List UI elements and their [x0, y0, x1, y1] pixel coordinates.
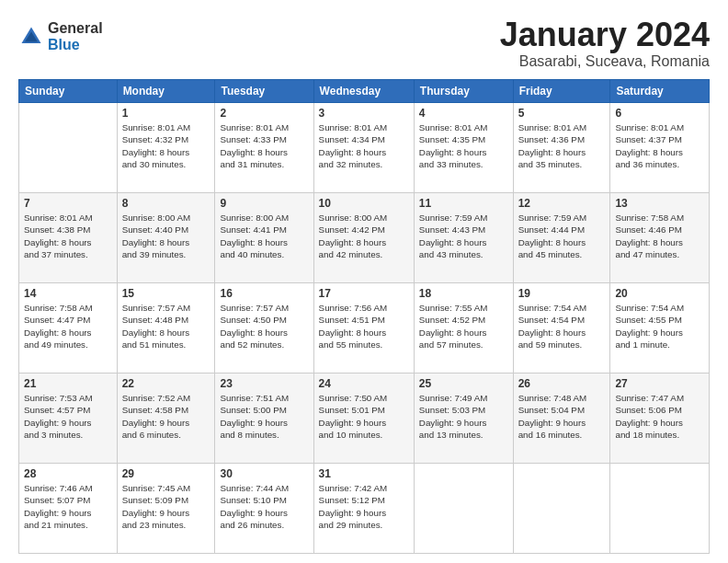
day-detail: Sunrise: 7:58 AM Sunset: 4:46 PM Dayligh…	[615, 212, 704, 261]
day-number: 26	[518, 377, 606, 390]
day-number: 10	[319, 197, 409, 210]
day-number: 19	[518, 287, 606, 300]
day-number: 8	[122, 197, 210, 210]
day-number: 11	[419, 197, 508, 210]
calendar-cell	[513, 463, 610, 553]
day-detail: Sunrise: 7:53 AM Sunset: 4:57 PM Dayligh…	[24, 392, 112, 442]
day-detail: Sunrise: 7:59 AM Sunset: 4:43 PM Dayligh…	[419, 212, 508, 261]
calendar-cell: 27Sunrise: 7:47 AM Sunset: 5:06 PM Dayli…	[610, 373, 710, 463]
day-number: 24	[319, 377, 409, 390]
calendar-cell: 12Sunrise: 7:59 AM Sunset: 4:44 PM Dayli…	[513, 192, 610, 282]
calendar-cell: 11Sunrise: 7:59 AM Sunset: 4:43 PM Dayli…	[414, 192, 513, 282]
calendar-week-row: 7Sunrise: 8:01 AM Sunset: 4:38 PM Daylig…	[19, 192, 710, 282]
day-number: 1	[122, 107, 210, 120]
calendar-cell: 30Sunrise: 7:44 AM Sunset: 5:10 PM Dayli…	[215, 463, 313, 553]
calendar-cell: 24Sunrise: 7:50 AM Sunset: 5:01 PM Dayli…	[313, 373, 414, 463]
calendar-day-header: Tuesday	[215, 79, 313, 102]
day-number: 12	[518, 197, 606, 210]
calendar-week-row: 1Sunrise: 8:01 AM Sunset: 4:32 PM Daylig…	[19, 102, 710, 192]
calendar-cell: 6Sunrise: 8:01 AM Sunset: 4:37 PM Daylig…	[610, 102, 710, 192]
calendar-day-header: Monday	[117, 79, 215, 102]
calendar-cell: 14Sunrise: 7:58 AM Sunset: 4:47 PM Dayli…	[19, 282, 118, 373]
calendar-cell: 19Sunrise: 7:54 AM Sunset: 4:54 PM Dayli…	[513, 282, 610, 373]
day-number: 3	[319, 107, 409, 120]
page-title: January 2024	[500, 17, 710, 53]
calendar-cell: 21Sunrise: 7:53 AM Sunset: 4:57 PM Dayli…	[19, 373, 118, 463]
calendar-cell: 10Sunrise: 8:00 AM Sunset: 4:42 PM Dayli…	[313, 192, 414, 282]
calendar-cell: 16Sunrise: 7:57 AM Sunset: 4:50 PM Dayli…	[215, 282, 313, 373]
day-detail: Sunrise: 7:48 AM Sunset: 5:04 PM Dayligh…	[518, 392, 606, 442]
day-detail: Sunrise: 7:49 AM Sunset: 5:03 PM Dayligh…	[419, 392, 508, 442]
day-detail: Sunrise: 7:57 AM Sunset: 4:48 PM Dayligh…	[122, 302, 210, 351]
day-detail: Sunrise: 7:52 AM Sunset: 4:58 PM Dayligh…	[122, 392, 210, 442]
day-detail: Sunrise: 7:46 AM Sunset: 5:07 PM Dayligh…	[24, 482, 112, 532]
day-detail: Sunrise: 8:01 AM Sunset: 4:37 PM Dayligh…	[615, 121, 704, 171]
day-number: 14	[24, 287, 112, 300]
calendar-day-header: Wednesday	[313, 79, 414, 102]
day-number: 21	[24, 377, 112, 390]
calendar-cell: 22Sunrise: 7:52 AM Sunset: 4:58 PM Dayli…	[117, 373, 215, 463]
calendar-cell: 23Sunrise: 7:51 AM Sunset: 5:00 PM Dayli…	[215, 373, 313, 463]
calendar-week-row: 28Sunrise: 7:46 AM Sunset: 5:07 PM Dayli…	[19, 463, 710, 553]
day-detail: Sunrise: 7:57 AM Sunset: 4:50 PM Dayligh…	[220, 302, 308, 351]
day-detail: Sunrise: 8:00 AM Sunset: 4:42 PM Dayligh…	[319, 212, 409, 261]
day-detail: Sunrise: 7:51 AM Sunset: 5:00 PM Dayligh…	[220, 392, 308, 442]
day-detail: Sunrise: 8:01 AM Sunset: 4:35 PM Dayligh…	[419, 121, 508, 171]
calendar-cell: 4Sunrise: 8:01 AM Sunset: 4:35 PM Daylig…	[414, 102, 513, 192]
calendar-week-row: 21Sunrise: 7:53 AM Sunset: 4:57 PM Dayli…	[19, 373, 710, 463]
calendar-cell: 20Sunrise: 7:54 AM Sunset: 4:55 PM Dayli…	[610, 282, 710, 373]
day-number: 18	[419, 287, 508, 300]
calendar-cell: 8Sunrise: 8:00 AM Sunset: 4:40 PM Daylig…	[117, 192, 215, 282]
page-subtitle: Basarabi, Suceava, Romania	[500, 53, 710, 70]
logo-blue-text: Blue	[48, 37, 103, 53]
day-detail: Sunrise: 7:50 AM Sunset: 5:01 PM Dayligh…	[319, 392, 409, 442]
calendar-day-header: Saturday	[610, 79, 710, 102]
day-detail: Sunrise: 7:55 AM Sunset: 4:52 PM Dayligh…	[419, 302, 508, 351]
calendar-table: SundayMondayTuesdayWednesdayThursdayFrid…	[18, 79, 710, 554]
day-number: 20	[615, 287, 704, 300]
day-detail: Sunrise: 8:01 AM Sunset: 4:33 PM Dayligh…	[220, 121, 308, 171]
day-number: 9	[220, 197, 308, 210]
page: General Blue January 2024 Basarabi, Suce…	[0, 0, 728, 563]
day-detail: Sunrise: 7:42 AM Sunset: 5:12 PM Dayligh…	[319, 482, 409, 532]
day-number: 16	[220, 287, 308, 300]
calendar-cell: 13Sunrise: 7:58 AM Sunset: 4:46 PM Dayli…	[610, 192, 710, 282]
logo: General Blue	[18, 20, 103, 52]
day-detail: Sunrise: 7:56 AM Sunset: 4:51 PM Dayligh…	[319, 302, 409, 351]
calendar-cell: 17Sunrise: 7:56 AM Sunset: 4:51 PM Dayli…	[313, 282, 414, 373]
day-detail: Sunrise: 8:01 AM Sunset: 4:36 PM Dayligh…	[518, 121, 606, 171]
calendar-cell	[414, 463, 513, 553]
day-number: 5	[518, 107, 606, 120]
day-detail: Sunrise: 7:58 AM Sunset: 4:47 PM Dayligh…	[24, 302, 112, 351]
day-detail: Sunrise: 7:54 AM Sunset: 4:55 PM Dayligh…	[615, 302, 704, 351]
day-number: 23	[220, 377, 308, 390]
day-detail: Sunrise: 7:45 AM Sunset: 5:09 PM Dayligh…	[122, 482, 210, 532]
day-number: 2	[220, 107, 308, 120]
calendar-cell: 18Sunrise: 7:55 AM Sunset: 4:52 PM Dayli…	[414, 282, 513, 373]
day-number: 6	[615, 107, 704, 120]
calendar-cell: 1Sunrise: 8:01 AM Sunset: 4:32 PM Daylig…	[117, 102, 215, 192]
calendar-cell	[610, 463, 710, 553]
calendar-cell: 26Sunrise: 7:48 AM Sunset: 5:04 PM Dayli…	[513, 373, 610, 463]
day-number: 27	[615, 377, 704, 390]
day-number: 17	[319, 287, 409, 300]
calendar-week-row: 14Sunrise: 7:58 AM Sunset: 4:47 PM Dayli…	[19, 282, 710, 373]
calendar-cell: 5Sunrise: 8:01 AM Sunset: 4:36 PM Daylig…	[513, 102, 610, 192]
day-number: 31	[319, 467, 409, 480]
day-number: 29	[122, 467, 210, 480]
day-detail: Sunrise: 7:54 AM Sunset: 4:54 PM Dayligh…	[518, 302, 606, 351]
calendar-cell	[19, 102, 118, 192]
day-detail: Sunrise: 8:01 AM Sunset: 4:34 PM Dayligh…	[319, 121, 409, 171]
calendar-cell: 15Sunrise: 7:57 AM Sunset: 4:48 PM Dayli…	[117, 282, 215, 373]
logo-general-text: General	[48, 20, 103, 37]
day-number: 7	[24, 197, 112, 210]
day-number: 22	[122, 377, 210, 390]
day-detail: Sunrise: 8:00 AM Sunset: 4:40 PM Dayligh…	[122, 212, 210, 261]
day-number: 25	[419, 377, 508, 390]
day-detail: Sunrise: 7:47 AM Sunset: 5:06 PM Dayligh…	[615, 392, 704, 442]
day-number: 4	[419, 107, 508, 120]
calendar-cell: 7Sunrise: 8:01 AM Sunset: 4:38 PM Daylig…	[19, 192, 118, 282]
day-detail: Sunrise: 7:44 AM Sunset: 5:10 PM Dayligh…	[220, 482, 308, 532]
day-detail: Sunrise: 8:01 AM Sunset: 4:32 PM Dayligh…	[122, 121, 210, 171]
day-number: 13	[615, 197, 704, 210]
